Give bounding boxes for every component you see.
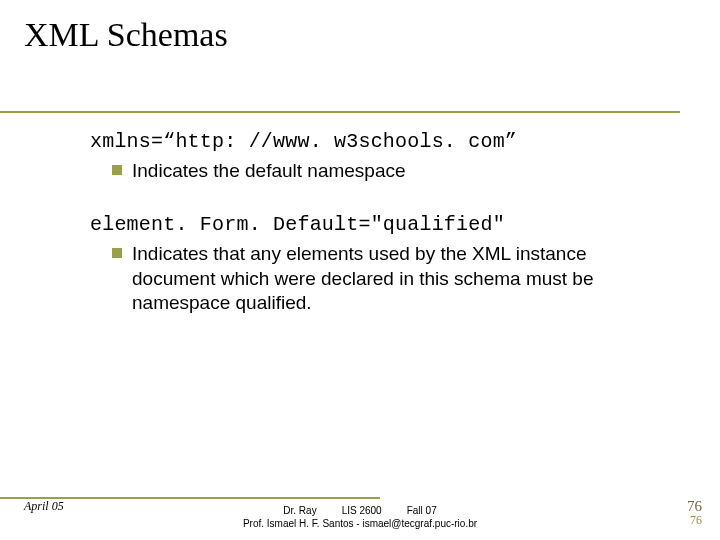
footer-page-number: 76 76 [687,498,702,528]
slide-body: xmlns=“http: //www. w3schools. com” Indi… [90,130,670,345]
square-bullet-icon [112,165,122,175]
title-underline [0,111,680,113]
footer-center: Dr. Ray LIS 2600 Fall 07 Prof. Ismael H.… [0,505,720,530]
slide: XML Schemas xmlns=“http: //www. w3school… [0,0,720,540]
bullet-row-2: Indicates that any elements used by the … [112,242,670,315]
footer-center-line1: Dr. Ray LIS 2600 Fall 07 [0,505,720,518]
square-bullet-icon [112,248,122,258]
bullet-row-1: Indicates the default namespace [112,159,670,183]
code-line-elementformdefault: element. Form. Default="qualified" [90,213,670,236]
footer-center-line2: Prof. Ismael H. F. Santos - ismael@tecgr… [0,518,720,531]
code-line-xmlns: xmlns=“http: //www. w3schools. com” [90,130,670,153]
slide-title: XML Schemas [24,16,228,54]
page-number-small: 76 [687,513,702,528]
bullet-text-2: Indicates that any elements used by the … [132,242,670,315]
bullet-text-1: Indicates the default namespace [132,159,406,183]
